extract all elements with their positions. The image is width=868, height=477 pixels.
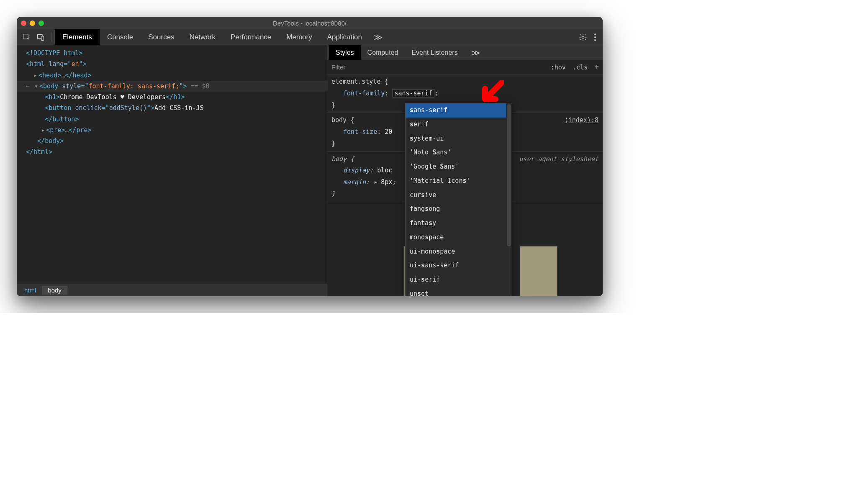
subtab-computed[interactable]: Computed xyxy=(361,45,405,60)
autocomplete-item[interactable]: monospace xyxy=(406,231,506,245)
autocomplete-item[interactable]: unset xyxy=(406,287,506,296)
dom-html-close: html xyxy=(33,148,49,156)
dom-h1-text-pre: Chrome DevTools xyxy=(60,93,121,101)
cls-toggle[interactable]: .cls xyxy=(569,64,591,71)
expand-pre-icon[interactable] xyxy=(41,125,46,136)
autocomplete-item[interactable]: system-ui xyxy=(406,132,506,146)
window-controls xyxy=(21,21,44,26)
dom-h1-open[interactable]: h1 xyxy=(49,93,56,101)
dom-selected-row[interactable]: ⋯ <body style="font-family: sans-serif;"… xyxy=(17,81,327,92)
rule2-ua-label: user agent stylesheet xyxy=(519,154,598,165)
inspect-element-icon[interactable] xyxy=(19,30,33,44)
dom-html-lang: en xyxy=(71,60,79,68)
dom-h1-text-post: Developers xyxy=(124,93,166,101)
styles-rules-pane: element.style { font-family: sans-serif;… xyxy=(327,74,603,296)
dom-body-close: body xyxy=(45,137,60,145)
box-model-margin-right xyxy=(520,246,557,296)
dom-selected-suffix: == $0 xyxy=(187,82,209,90)
device-toolbar-icon[interactable] xyxy=(33,30,48,44)
rule0-prop-name[interactable]: font-family xyxy=(343,90,385,97)
autocomplete-item[interactable]: fantasy xyxy=(406,216,506,231)
tab-sources[interactable]: Sources xyxy=(141,29,182,45)
rule1-source-link[interactable]: (index):8 xyxy=(565,115,598,126)
new-style-rule-button[interactable]: + xyxy=(591,63,603,72)
dom-body-style-attr: style xyxy=(62,82,81,90)
subtab-event-listeners[interactable]: Event Listeners xyxy=(405,45,464,60)
hov-toggle[interactable]: :hov xyxy=(547,64,569,71)
dom-html-tag[interactable]: html xyxy=(30,60,45,68)
autocomplete-popup: sans-serifserifsystem-ui'Noto Sans''Goog… xyxy=(405,103,512,296)
tab-network[interactable]: Network xyxy=(182,29,223,45)
autocomplete-item[interactable]: fangsong xyxy=(406,202,506,216)
rule1-prop-name[interactable]: font-size xyxy=(343,128,377,136)
subtab-styles[interactable]: Styles xyxy=(329,45,361,60)
gear-icon[interactable] xyxy=(576,30,590,44)
sidebar-tabs: StylesComputedEvent Listeners ≫ xyxy=(327,45,603,60)
dom-pre-close: pre xyxy=(76,126,87,134)
styles-filter-input[interactable] xyxy=(331,64,547,71)
expand-body-icon[interactable] xyxy=(34,81,39,92)
tab-performance[interactable]: Performance xyxy=(223,29,279,45)
dom-ellipsis-dots: ⋯ xyxy=(26,82,31,90)
svg-rect-2 xyxy=(41,36,44,40)
dom-head-close: head xyxy=(72,72,87,79)
dom-button-open[interactable]: button xyxy=(49,104,71,112)
kebab-menu-icon[interactable] xyxy=(590,33,600,41)
autocomplete-scrollbar[interactable] xyxy=(506,103,512,296)
dom-h1-close: h1 xyxy=(173,93,181,101)
autocomplete-item[interactable]: sans-serif xyxy=(406,103,506,118)
dom-doctype-close: > xyxy=(79,49,82,57)
dom-button-attr: onclick xyxy=(75,104,101,112)
tab-console[interactable]: Console xyxy=(100,29,141,45)
autocomplete-list: sans-serifserifsystem-ui'Noto Sans''Goog… xyxy=(406,103,506,296)
dom-button-close: button xyxy=(52,115,75,123)
tab-elements[interactable]: Elements xyxy=(55,29,100,45)
window-title: DevTools - localhost:8080/ xyxy=(273,20,347,27)
dom-button-onclick: addStyle() xyxy=(109,104,147,112)
autocomplete-item[interactable]: 'Google Sans' xyxy=(406,160,506,174)
main-tabs-overflow[interactable]: ≫ xyxy=(370,29,387,45)
minimize-window-button[interactable] xyxy=(30,21,35,26)
rule2-p2-val: 8px xyxy=(381,178,392,186)
autocomplete-item[interactable]: ui-sans-serif xyxy=(406,259,506,273)
crumb-html[interactable]: html xyxy=(18,286,42,295)
devtools-window: DevTools - localhost:8080/ ElementsConso… xyxy=(17,17,603,296)
crumb-body[interactable]: body xyxy=(42,286,67,295)
main-toolbar: ElementsConsoleSourcesNetworkPerformance… xyxy=(17,29,603,45)
dom-head-open[interactable]: head xyxy=(42,72,57,79)
sidebar-tabs-overflow[interactable]: ≫ xyxy=(465,45,487,60)
autocomplete-item[interactable]: 'Material Icons' xyxy=(406,174,506,188)
autocomplete-item[interactable]: serif xyxy=(406,118,506,132)
tab-application[interactable]: Application xyxy=(320,29,370,45)
rule2-p1-val: bloc xyxy=(377,167,392,174)
styles-panel-container: StylesComputedEvent Listeners ≫ :hov .cl… xyxy=(327,45,603,296)
elements-panel: <!DOCTYPE html> <html lang="en"> <head>…… xyxy=(17,45,327,296)
dom-head-ellipsis: … xyxy=(61,72,65,79)
rule1-prop-val[interactable]: 20 xyxy=(385,128,392,136)
dom-pre-ellipsis: … xyxy=(65,126,69,134)
styles-filter-row: :hov .cls + xyxy=(327,60,603,74)
rule0-prop-value-editor[interactable]: sans-serif xyxy=(392,89,434,97)
autocomplete-scroll-thumb[interactable] xyxy=(507,104,511,246)
autocomplete-item[interactable]: 'Noto Sans' xyxy=(406,146,506,160)
tab-memory[interactable]: Memory xyxy=(279,29,319,45)
maximize-window-button[interactable] xyxy=(39,21,44,26)
rule1-selector: body { xyxy=(331,116,354,124)
close-window-button[interactable] xyxy=(21,21,26,26)
titlebar: DevTools - localhost:8080/ xyxy=(17,17,603,29)
dom-doctype: html xyxy=(64,49,79,57)
autocomplete-item[interactable]: ui-serif xyxy=(406,273,506,287)
dom-body-open[interactable]: body xyxy=(43,82,58,90)
rule2-selector: body { xyxy=(331,155,354,163)
autocomplete-item[interactable]: ui-monospace xyxy=(406,245,506,259)
rule2-p2-name: margin xyxy=(343,178,366,186)
panel-split: <!DOCTYPE html> <html lang="en"> <head>…… xyxy=(17,45,603,296)
dom-breadcrumb: htmlbody xyxy=(17,284,327,296)
dom-doctype-open: <!DOCTYPE xyxy=(26,49,64,57)
expand-head-icon[interactable] xyxy=(33,70,39,81)
toolbar-separator xyxy=(51,33,51,42)
autocomplete-item[interactable]: cursive xyxy=(406,188,506,203)
rule2-p1-name: display xyxy=(343,167,370,174)
dom-pre-open[interactable]: pre xyxy=(50,126,61,134)
dom-tree[interactable]: <!DOCTYPE html> <html lang="en"> <head>…… xyxy=(17,45,327,284)
